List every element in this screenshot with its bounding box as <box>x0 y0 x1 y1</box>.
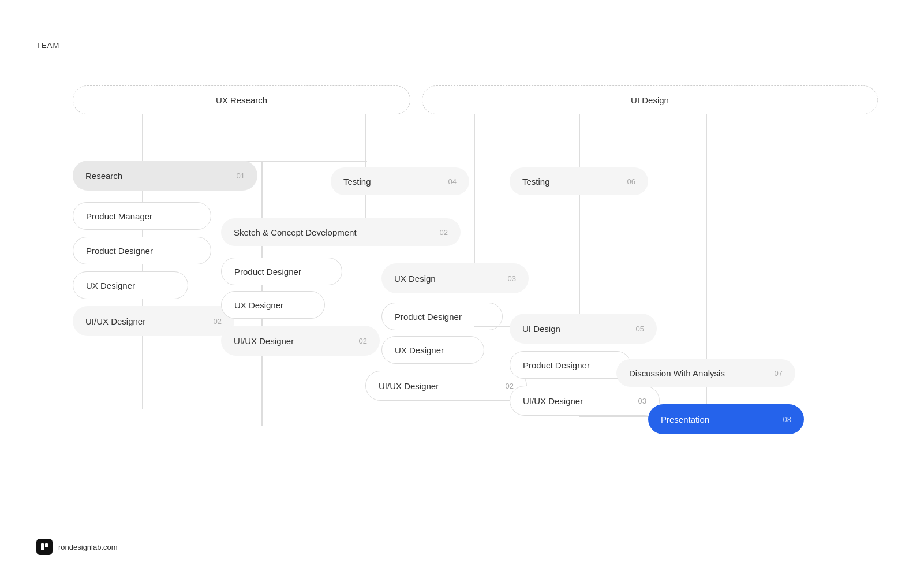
node-ux-design-03: UX Design 03 <box>381 263 529 293</box>
node-product-designer-1: Product Designer <box>73 237 211 264</box>
node-ux-designer-3: UX Designer <box>381 336 484 364</box>
node-uiux-designer-4: UI/UX Designer 03 <box>510 386 660 416</box>
node-testing-04: Testing 04 <box>331 167 469 195</box>
diagram: UX Research UI Design Research 01 Produc… <box>36 75 888 520</box>
node-discussion: Discussion With Analysis 07 <box>616 359 795 387</box>
group-ux-research: UX Research <box>73 85 410 114</box>
node-testing-06: Testing 06 <box>510 167 648 195</box>
node-sketch: Sketch & Concept Development 02 <box>221 218 461 246</box>
logo-icon <box>36 539 53 555</box>
node-presentation: Presentation 08 <box>648 404 804 434</box>
node-ux-designer-1: UX Designer <box>73 271 188 299</box>
node-uiux-designer-2: UI/UX Designer 02 <box>221 326 380 356</box>
svg-rect-0 <box>41 543 44 550</box>
node-uiux-designer-3: UI/UX Designer 02 <box>365 371 527 401</box>
page-title: TEAM <box>36 41 59 50</box>
node-ui-design-05: UI Design 05 <box>510 314 657 344</box>
footer-url: rondesignlab.com <box>58 543 118 551</box>
node-product-manager: Product Manager <box>73 202 211 230</box>
svg-rect-1 <box>45 543 48 547</box>
node-research: Research 01 <box>73 161 257 191</box>
node-product-designer-2: Product Designer <box>221 258 342 285</box>
node-ux-designer-2: UX Designer <box>221 291 325 319</box>
node-uiux-designer-1: UI/UX Designer 02 <box>73 306 234 336</box>
footer: rondesignlab.com <box>36 539 118 555</box>
group-ui-design: UI Design <box>422 85 878 114</box>
node-product-designer-4: Product Designer <box>510 351 631 379</box>
